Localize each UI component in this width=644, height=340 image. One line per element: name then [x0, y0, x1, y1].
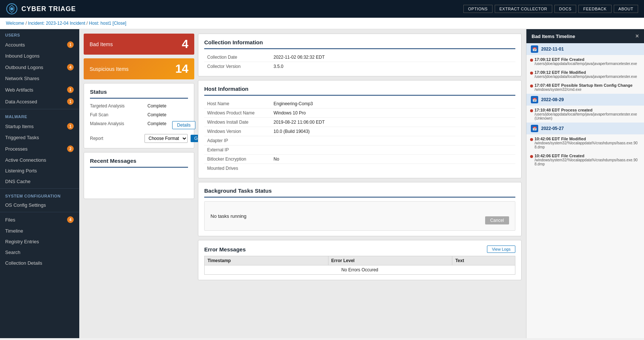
app-logo: CYBER TRIAGE — [6, 3, 463, 15]
options-button[interactable]: OPTIONS — [463, 5, 492, 13]
collection-info-card: Collection Information Collection Date 2… — [198, 34, 522, 76]
status-key-targeted: Targeted Analysis — [90, 103, 142, 109]
format-select[interactable]: Choose Format — [145, 134, 188, 143]
sidebar-item-web-artifacts[interactable]: Web Artifacts 1 — [0, 84, 79, 96]
body-layout: Users Accounts 1 Inbound Logons Outbound… — [0, 29, 644, 338]
sidebar-item-os-config[interactable]: OS Config Settings — [0, 200, 79, 210]
timeline-event-title-3-1: 10:42:06 EDT File Modified — [535, 137, 640, 141]
host-info-card: Host Information Host Name Engineering-C… — [198, 80, 522, 178]
sidebar-label-timeline: Timeline — [5, 228, 23, 234]
timeline-event-1-1: 17:09:12 EDT File Created /users/jdoe/ap… — [526, 55, 644, 68]
status-title: Status — [90, 89, 188, 99]
sidebar-item-outbound-logons[interactable]: Outbound Logons 4 — [0, 61, 79, 73]
timeline-event-title-1-3: 17:07:48 EDT Possible Startup Item Confi… — [535, 83, 640, 87]
no-errors-label: No Errors Occured — [205, 265, 515, 275]
middle-scroll: Bad Items 4 Suspicious Items 14 Status T — [79, 29, 526, 338]
timeline-event-path-1-2: /users/jdoe/appdata/local/temp/java/java… — [535, 75, 640, 79]
timeline-date-2022-08-29: 📅 2022-08-29 — [526, 94, 644, 106]
status-value-malware: Complete — [147, 121, 166, 129]
breadcrumb-welcome[interactable]: Welcome — [6, 21, 24, 26]
timeline-event-title-1-1: 17:09:12 EDT File Created — [535, 57, 640, 62]
breadcrumb: Welcome / Incident: 2023-12-04 Incident … — [0, 18, 644, 29]
sidebar-item-accounts[interactable]: Accounts 1 — [0, 39, 79, 51]
bitlocker-value: No — [271, 155, 515, 164]
timeline-event-title-1-2: 17:09:12 EDT File Modified — [535, 70, 640, 75]
timeline-event-1-2: 17:09:12 EDT File Modified /users/jdoe/a… — [526, 68, 644, 81]
sidebar-item-inbound-logons[interactable]: Inbound Logons — [0, 51, 79, 61]
sidebar-badge-data-accessed: 1 — [67, 98, 74, 105]
calendar-icon-1: 📅 — [531, 45, 538, 53]
sidebar-item-listening-ports[interactable]: Listening Ports — [0, 165, 79, 176]
no-tasks-label: No tasks running — [210, 213, 247, 219]
windows-install-value: 2019-08-22 11:06:00 EDT — [271, 118, 515, 127]
bad-items-card[interactable]: Bad Items 4 — [84, 34, 194, 55]
sidebar-item-collection-details[interactable]: Collection Details — [0, 258, 79, 268]
sidebar-badge-startup-items: 1 — [67, 123, 74, 130]
right-panel-title: Bad Items Timeline — [532, 34, 575, 39]
bad-items-label: Bad Items — [90, 41, 113, 47]
feedback-button[interactable]: FEEDBACK — [578, 5, 611, 13]
adapter-ip-key: Adapter IP — [204, 136, 271, 145]
sidebar-label-outbound-logons: Outbound Logons — [5, 65, 43, 70]
external-ip-value — [271, 145, 515, 155]
sidebar-badge-web-artifacts: 1 — [67, 86, 74, 93]
details-button[interactable]: Details — [172, 121, 195, 129]
breadcrumb-incident[interactable]: Incident: 2023-12-04 Incident — [28, 21, 85, 26]
sidebar-item-startup-items[interactable]: Startup Items 1 — [0, 120, 79, 132]
breadcrumb-sep1: / — [25, 21, 28, 26]
sidebar-item-files[interactable]: Files 4 — [0, 214, 79, 226]
top-nav: CYBER TRIAGE OPTIONS EXTRACT COLLECTOR D… — [0, 0, 644, 18]
timeline-date-label-1: 2022-11-01 — [541, 47, 564, 52]
status-row-malware: Malware Analysis Complete Details — [90, 120, 188, 130]
windows-install-key: Windows Install Date — [204, 118, 271, 127]
top-nav-buttons: OPTIONS EXTRACT COLLECTOR DOCS FEEDBACK … — [463, 5, 638, 13]
collection-date-value: 2022-11-02 06:32:32 EDT — [271, 53, 515, 62]
sidebar-label-files: Files — [5, 217, 15, 223]
sidebar-item-data-accessed[interactable]: Data Accessed 1 — [0, 96, 79, 107]
calendar-icon-3: 📅 — [531, 125, 538, 132]
sidebar-label-registry-entries: Registry Entries — [5, 239, 39, 244]
sidebar-item-search[interactable]: Search — [0, 247, 79, 258]
sidebar-item-network-shares[interactable]: Network Shares — [0, 73, 79, 84]
cancel-button[interactable]: Cancel — [485, 216, 509, 224]
sidebar-label-accounts: Accounts — [5, 42, 25, 48]
status-card: Status Targeted Analysis Complete Full S… — [84, 83, 194, 148]
collection-info-title: Collection Information — [204, 39, 515, 49]
sidebar-item-dns-cache[interactable]: DNS Cache — [0, 176, 79, 187]
sidebar-label-dns-cache: DNS Cache — [5, 179, 31, 184]
breadcrumb-close[interactable]: [Close] — [112, 21, 126, 26]
windows-version-value: 10.0 (Build 19043) — [271, 127, 515, 136]
suspicious-items-card[interactable]: Suspicious Items 14 — [84, 58, 194, 79]
timeline-event-path-3-1: /windows/system32/%localappdata%/crashdu… — [535, 141, 640, 149]
recent-messages-card: Recent Messages — [84, 152, 194, 199]
sidebar-item-active-connections[interactable]: Active Connections — [0, 155, 79, 165]
sidebar-label-active-connections: Active Connections — [5, 157, 46, 163]
sidebar-item-processes[interactable]: Processes 2 — [0, 143, 79, 155]
timeline-date-2022-05-27: 📅 2022-05-27 — [526, 123, 644, 134]
sidebar: Users Accounts 1 Inbound Logons Outbound… — [0, 29, 79, 338]
sidebar-divider-1 — [0, 109, 79, 109]
collector-version-key: Collector Version — [204, 62, 271, 71]
timeline-date-label-3: 2022-05-27 — [541, 126, 564, 131]
view-logs-button[interactable]: View Logs — [487, 245, 515, 253]
about-button[interactable]: ABOUT — [614, 5, 638, 13]
suspicious-items-count: 14 — [175, 62, 188, 76]
sidebar-item-registry-entries[interactable]: Registry Entries — [0, 236, 79, 247]
docs-button[interactable]: DOCS — [554, 5, 577, 13]
sidebar-item-triggered-tasks[interactable]: Triggered Tasks — [0, 132, 79, 143]
collection-info-table: Collection Date 2022-11-02 06:32:32 EDT … — [204, 53, 515, 71]
sidebar-divider-2 — [0, 188, 79, 189]
timeline-date-2022-11-01: 📅 2022-11-01 — [526, 43, 644, 55]
timeline-event-2-1: 17:10:48 EDT Process created /users/jdoe… — [526, 106, 644, 123]
breadcrumb-host[interactable]: Host: host1 — [89, 21, 111, 26]
sidebar-item-timeline[interactable]: Timeline — [0, 226, 79, 236]
extract-collector-button[interactable]: EXTRACT COLLECTOR — [495, 5, 552, 13]
sidebar-badge-accounts: 1 — [67, 41, 74, 48]
close-icon[interactable]: × — [636, 33, 639, 40]
suspicious-items-label: Suspicious Items — [90, 66, 129, 72]
timeline-event-path-1-1: /users/jdoe/appdata/local/temp/java/java… — [535, 62, 640, 66]
collection-date-row: Collection Date 2022-11-02 06:32:32 EDT — [204, 53, 515, 62]
middle-area: Bad Items 4 Suspicious Items 14 Status T — [79, 29, 526, 338]
error-table-header: Timestamp Error Level Text — [205, 256, 515, 265]
error-no-errors-row: No Errors Occured — [205, 265, 515, 275]
